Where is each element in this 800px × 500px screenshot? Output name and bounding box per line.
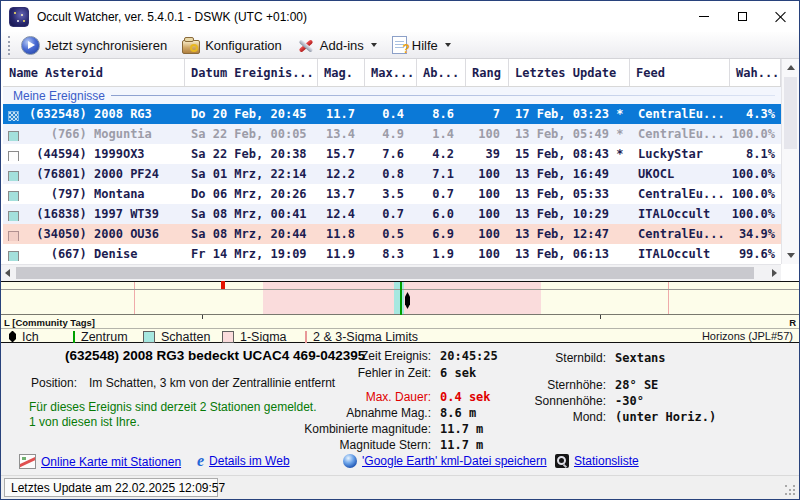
scroll-right-icon[interactable] bbox=[772, 269, 777, 277]
asteroid-name-cell: (797) Montana bbox=[3, 187, 185, 201]
close-button[interactable] bbox=[761, 1, 799, 32]
table-row[interactable]: (16838) 1997 WT39Sa 08 Mrz, 00:4112.40.7… bbox=[3, 204, 781, 224]
timeline-graph[interactable] bbox=[1, 282, 799, 315]
legend-item-schatten: Schatten bbox=[143, 329, 210, 344]
table-row[interactable]: (766) MoguntiaSa 22 Feb, 00:0513.44.91.4… bbox=[3, 124, 781, 144]
row-checkbox[interactable] bbox=[8, 151, 19, 161]
help-button[interactable]: ? Hilfe bbox=[392, 36, 451, 54]
feed-cell: CentralEu... bbox=[630, 227, 730, 241]
addins-button[interactable]: Add-ins bbox=[297, 38, 377, 53]
station-list-icon bbox=[555, 454, 569, 468]
column-header-3[interactable]: Max... bbox=[365, 59, 417, 86]
web-details-link[interactable]: e Details im Web bbox=[197, 454, 290, 468]
mag-cell: 11.9 bbox=[318, 247, 365, 261]
datum-cell: Sa 22 Feb, 20:38 bbox=[185, 147, 318, 161]
mag-cell: 15.7 bbox=[318, 147, 365, 161]
wah-cell: 34.9% bbox=[730, 227, 781, 241]
group-row-my-events[interactable]: Meine Ereignisse bbox=[3, 87, 781, 104]
feed-cell: ITALOccult bbox=[630, 207, 730, 221]
asteroid-name: (44594) 1999OX3 bbox=[29, 147, 145, 161]
sync-icon bbox=[21, 36, 40, 55]
ephemeris-source-label: Horizons (JPL#57) bbox=[702, 330, 793, 342]
max-duration-label: Max. Dauer: bbox=[231, 390, 431, 404]
sigma23-swatch bbox=[305, 331, 307, 343]
asteroid-name-cell: (34050) 2000 OU36 bbox=[3, 227, 185, 241]
timeline-legend: Ich Zentrum Schatten 1-Sigma 2 & 3-Sigma… bbox=[1, 328, 799, 344]
resize-grip[interactable] bbox=[785, 485, 796, 496]
column-header-8[interactable]: Wah... bbox=[730, 59, 781, 86]
table-row[interactable]: (632548) 2008 RG3Do 20 Feb, 20:4511.70.4… bbox=[3, 104, 781, 124]
update-cell: 13 Feb, 06:13 bbox=[509, 247, 630, 261]
sun-altitude-label: Sonnenhöhe: bbox=[471, 394, 606, 408]
browser-icon: e bbox=[197, 454, 204, 468]
column-header-4[interactable]: Ab... bbox=[417, 59, 466, 86]
minimize-button[interactable] bbox=[685, 1, 723, 32]
mag-cell: 11.8 bbox=[318, 227, 365, 241]
wah-cell: 100.0% bbox=[730, 187, 781, 201]
gear-icon bbox=[182, 40, 200, 54]
online-map-link[interactable]: Online Karte mit Stationen bbox=[19, 454, 181, 469]
constellation-value: Sextans bbox=[615, 351, 666, 365]
wah-cell: 100.0% bbox=[730, 167, 781, 181]
asteroid-name: (766) Moguntia bbox=[29, 127, 152, 141]
scroll-down-icon[interactable] bbox=[787, 253, 795, 258]
sync-button[interactable]: Jetzt synchronisieren bbox=[21, 36, 167, 55]
scroll-up-icon[interactable] bbox=[787, 65, 795, 70]
toolbar-grip[interactable] bbox=[8, 36, 12, 55]
row-checkbox[interactable] bbox=[8, 231, 19, 241]
row-checkbox[interactable] bbox=[8, 171, 19, 181]
time-error-label: Fehler in Zeit: bbox=[231, 366, 431, 380]
community-tags-strip[interactable]: L [Community Tags] R bbox=[1, 315, 799, 328]
column-header-2[interactable]: Mag. bbox=[318, 59, 365, 86]
column-header-0[interactable]: Name Asteroid bbox=[3, 59, 185, 86]
column-header-1[interactable]: Datum Ereignis... bbox=[185, 59, 318, 86]
datum-cell: Sa 08 Mrz, 00:41 bbox=[185, 207, 318, 221]
sigma1-swatch bbox=[222, 331, 234, 343]
row-checkbox[interactable] bbox=[8, 111, 19, 121]
table-body: (632548) 2008 RG3Do 20 Feb, 20:4511.70.4… bbox=[3, 104, 781, 264]
horizontal-scroll-thumb[interactable] bbox=[16, 267, 754, 279]
legend-item-sigma1: 1-Sigma bbox=[222, 329, 287, 344]
station-list-link[interactable]: Stationsliste bbox=[555, 454, 639, 468]
star-altitude-value: 28° SE bbox=[615, 378, 658, 392]
tools-icon bbox=[297, 38, 315, 53]
horizontal-scrollbar[interactable] bbox=[1, 264, 781, 281]
maximize-icon bbox=[738, 12, 747, 21]
row-checkbox[interactable] bbox=[8, 191, 19, 201]
scroll-left-icon[interactable] bbox=[5, 269, 10, 277]
table-row[interactable]: (76801) 2000 PF24Sa 01 Mrz, 22:1412.20.8… bbox=[3, 164, 781, 184]
status-bar: Letztes Update am 22.02.2025 12:09:57 bbox=[1, 475, 799, 499]
ab-cell: 6.9 bbox=[417, 227, 466, 241]
vertical-scroll-thumb[interactable] bbox=[784, 77, 797, 149]
column-header-5[interactable]: Rang bbox=[466, 59, 509, 86]
max-cell: 7.6 bbox=[365, 147, 417, 161]
table-row[interactable]: (667) DeniseFr 14 Mrz, 19:0911.98.31.910… bbox=[3, 244, 781, 264]
moon-value: (unter Horiz.) bbox=[615, 410, 716, 424]
legend-zentrum-label: Zentrum bbox=[81, 330, 128, 344]
asteroid-name-cell: (44594) 1999OX3 bbox=[3, 147, 185, 161]
legend-item-zentrum: Zentrum bbox=[73, 329, 128, 344]
max-cell: 0.8 bbox=[365, 167, 417, 181]
sigma23-line-right bbox=[668, 282, 669, 315]
table-row[interactable]: (34050) 2000 OU36Sa 08 Mrz, 20:4411.80.5… bbox=[3, 224, 781, 244]
minimize-icon bbox=[699, 16, 709, 17]
column-header-7[interactable]: Feed bbox=[630, 59, 730, 86]
ab-cell: 1.9 bbox=[417, 247, 466, 261]
shadow-band bbox=[394, 282, 404, 315]
mag-cell: 12.2 bbox=[318, 167, 365, 181]
column-header-6[interactable]: Letztes Update bbox=[509, 59, 630, 86]
rang-cell: 100 bbox=[466, 207, 509, 221]
row-checkbox[interactable] bbox=[8, 131, 19, 141]
sync-button-label: Jetzt synchronisieren bbox=[45, 38, 167, 53]
table-row[interactable]: (44594) 1999OX3Sa 22 Feb, 20:3815.77.64.… bbox=[3, 144, 781, 164]
web-details-link-label: Details im Web bbox=[209, 454, 289, 468]
table-row[interactable]: (797) MontanaDo 06 Mrz, 20:2613.73.50.71… bbox=[3, 184, 781, 204]
vertical-scrollbar[interactable] bbox=[781, 59, 799, 264]
google-earth-kml-link[interactable]: 'Google Earth' kml-Datei speichern bbox=[343, 454, 547, 468]
configuration-button[interactable]: Konfiguration bbox=[182, 37, 282, 54]
maximize-button[interactable] bbox=[723, 1, 761, 32]
row-checkbox[interactable] bbox=[8, 251, 19, 261]
rang-cell: 7 bbox=[466, 107, 509, 121]
datum-cell: Do 06 Mrz, 20:26 bbox=[185, 187, 318, 201]
row-checkbox[interactable] bbox=[8, 211, 19, 221]
